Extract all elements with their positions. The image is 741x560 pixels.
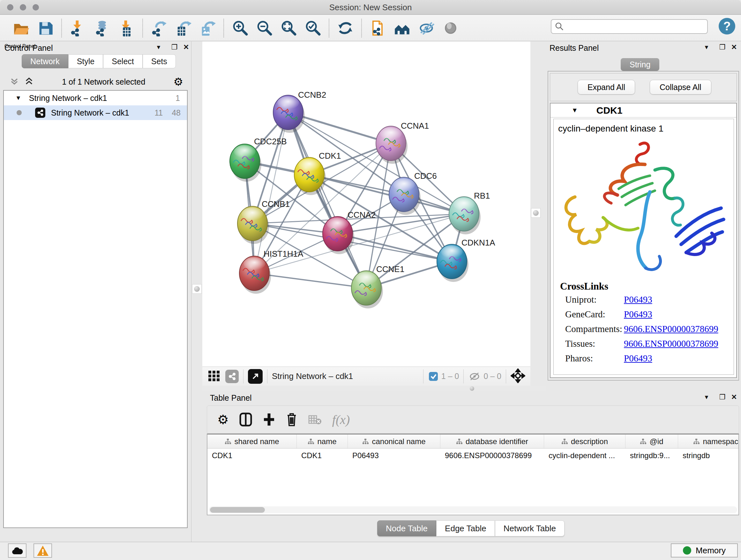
column-header-name[interactable]: name — [297, 435, 348, 448]
cell-database-identifier[interactable]: 9606.ENSP00000378699 — [441, 449, 544, 462]
network-row[interactable]: String Network – cdk1 11 48 — [4, 105, 187, 120]
crosslink-link[interactable]: 9606.ENSP00000378699 — [624, 324, 718, 334]
tab-node-table[interactable]: Node Table — [377, 520, 436, 537]
network-node-HIST1H1A[interactable]: HIST1H1A — [239, 249, 304, 294]
function-builder-icon[interactable]: f(x) — [332, 412, 350, 427]
control-panel-float-icon[interactable]: ❐ — [172, 43, 178, 51]
crosslink-link[interactable]: P06493 — [624, 309, 652, 320]
import-network-from-database-button[interactable] — [93, 19, 111, 37]
bottom-splitter-grip[interactable] — [470, 386, 474, 391]
birdseye-grid-icon[interactable] — [207, 369, 221, 384]
network-node-CCNA1[interactable]: CCNA1 — [376, 121, 429, 164]
crosslink-link[interactable]: 9606.ENSP00000378699 — [624, 338, 718, 349]
table-panel-float-icon[interactable]: ❐ — [719, 393, 726, 401]
collapse-all-icon[interactable] — [10, 76, 19, 87]
network-node-CCNE1[interactable]: CCNE1 — [351, 264, 404, 308]
selected-checkbox[interactable] — [428, 371, 439, 382]
tab-edge-table[interactable]: Edge Table — [436, 520, 495, 537]
table-hscrollbar[interactable] — [209, 506, 737, 513]
cell-description[interactable]: cyclin-dependent ... — [544, 449, 625, 462]
warning-button[interactable] — [33, 543, 52, 558]
results-panel-title: Results Panel — [549, 44, 599, 53]
results-panel-float-icon[interactable]: ❐ — [719, 43, 726, 51]
table-panel-close-icon[interactable]: ✕ — [731, 393, 737, 401]
create-column-icon[interactable] — [263, 412, 275, 427]
results-panel-menu-icon[interactable]: ▼ — [704, 44, 710, 51]
network-canvas[interactable]: CCNB2 CCNA1 CDC25B CDK1 CDC6 RB1 CCNB1 — [202, 42, 530, 367]
delete-column-trash-icon[interactable] — [286, 412, 298, 427]
tab-network[interactable]: Network — [22, 54, 68, 68]
right-splitter[interactable] — [530, 42, 546, 386]
table-toolbar: ⚙ f(x) — [207, 406, 739, 434]
export-network-button[interactable] — [150, 19, 168, 37]
network-collection-row[interactable]: ▼ String Network – cdk1 1 — [4, 91, 187, 105]
column-header-database-identifier[interactable]: database identifier — [441, 435, 544, 448]
zoom-fit-button[interactable] — [280, 19, 297, 37]
refresh-button[interactable] — [336, 19, 354, 37]
collapse-all-button[interactable]: Collapse All — [650, 80, 711, 95]
help-button[interactable]: ? — [719, 18, 735, 35]
cell-canonical-name[interactable]: P06493 — [348, 449, 441, 462]
search-input[interactable] — [564, 22, 701, 31]
tab-style[interactable]: Style — [68, 54, 104, 68]
tab-select[interactable]: Select — [103, 54, 142, 68]
cell--id[interactable]: stringdb:9... — [625, 449, 678, 462]
network-node-CCNB1[interactable]: CCNB1 — [238, 199, 290, 244]
search-box[interactable] — [551, 19, 708, 34]
tree-expander-icon[interactable]: ▼ — [15, 95, 21, 102]
control-panel-close-icon[interactable]: ✕ — [183, 43, 189, 51]
column-header--id[interactable]: @id — [625, 435, 678, 448]
network-node-CCNB2[interactable]: CCNB2 — [273, 90, 326, 133]
column-header-namespace[interactable]: namespace — [678, 435, 739, 448]
cell-namespace[interactable]: stringdb — [678, 449, 739, 462]
zoom-selected-button[interactable] — [304, 19, 322, 37]
crosslink-link[interactable]: P06493 — [624, 353, 652, 364]
cell-name[interactable]: CDK1 — [297, 449, 348, 462]
expand-all-button[interactable]: Expand All — [578, 80, 635, 95]
cloud-button[interactable] — [8, 543, 26, 558]
show-graphics-details-button[interactable] — [442, 19, 460, 37]
table-panel-menu-icon[interactable]: ▼ — [704, 394, 710, 401]
cell-shared-name[interactable]: CDK1 — [207, 449, 297, 462]
column-header-canonical-name[interactable]: canonical name — [348, 435, 441, 448]
zoom-out-button[interactable] — [255, 19, 273, 37]
network-label: String Network – cdk1 — [51, 108, 129, 118]
network-node-CDKN1A[interactable]: CDKN1A — [437, 238, 495, 282]
table-hscroll-thumb[interactable] — [210, 507, 265, 513]
zoom-in-button[interactable] — [231, 19, 249, 37]
import-table-from-file-button[interactable] — [118, 19, 135, 37]
network-options-gear-icon[interactable]: ⚙ — [174, 75, 183, 88]
export-table-button[interactable] — [174, 19, 192, 37]
tab-network-table[interactable]: Network Table — [495, 520, 564, 537]
results-panel-close-icon[interactable]: ✕ — [731, 43, 737, 51]
left-splitter-grip[interactable] — [192, 284, 202, 294]
import-network-from-file-button[interactable] — [69, 19, 87, 37]
tab-sets[interactable]: Sets — [143, 54, 176, 68]
hide-selected-button[interactable] — [417, 19, 435, 37]
detach-view-icon[interactable] — [248, 369, 263, 384]
save-session-button[interactable] — [37, 19, 54, 37]
first-neighbors-button[interactable] — [393, 19, 411, 37]
section-expander-icon[interactable]: ▼ — [571, 107, 578, 114]
memory-button[interactable]: Memory — [671, 543, 738, 557]
export-image-button[interactable] — [199, 19, 216, 37]
network-node-CDC6[interactable]: CDC6 — [389, 171, 437, 215]
node-table[interactable]: shared namenamecanonical namedatabase id… — [207, 434, 739, 515]
expand-all-icon[interactable] — [24, 76, 34, 87]
hidden-eye-icon[interactable] — [468, 371, 481, 382]
network-node-RB1[interactable]: RB1 — [449, 191, 490, 234]
control-panel-menu-icon[interactable]: ▼ — [156, 44, 161, 51]
open-session-button[interactable] — [12, 19, 30, 37]
table-options-gear-icon[interactable]: ⚙ — [217, 412, 229, 427]
network-type-icon[interactable] — [225, 370, 239, 383]
network-node-CDK1[interactable]: CDK1 — [294, 151, 341, 195]
crosslink-link[interactable]: P06493 — [624, 294, 652, 305]
column-header-shared-name[interactable]: shared name — [207, 435, 297, 448]
tab-string[interactable]: String — [621, 58, 659, 71]
right-splitter-grip[interactable] — [531, 208, 541, 218]
delete-table-icon[interactable] — [308, 414, 322, 425]
string-import-button[interactable] — [369, 19, 387, 37]
fit-content-icon[interactable] — [511, 368, 525, 384]
show-columns-icon[interactable] — [239, 412, 253, 427]
column-header-description[interactable]: description — [544, 435, 625, 448]
